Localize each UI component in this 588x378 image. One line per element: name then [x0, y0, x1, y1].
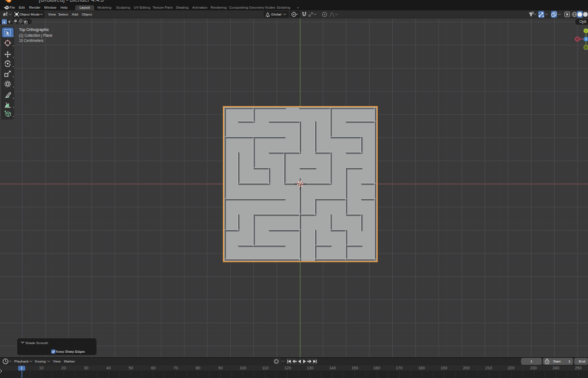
svg-text:100: 100 [239, 366, 246, 370]
svg-text:140: 140 [329, 366, 336, 370]
svg-text:150: 150 [351, 366, 358, 370]
svg-text:30: 30 [84, 366, 88, 370]
svg-text:200: 200 [463, 366, 470, 370]
svg-text:10: 10 [39, 366, 44, 370]
svg-text:70: 70 [173, 366, 178, 370]
svg-text:210: 210 [485, 366, 492, 370]
svg-text:250: 250 [575, 366, 582, 370]
svg-text:130: 130 [307, 366, 314, 370]
svg-text:230: 230 [530, 366, 537, 370]
svg-text:190: 190 [440, 366, 447, 370]
svg-text:Z: Z [585, 37, 587, 41]
svg-text:20: 20 [61, 366, 66, 370]
svg-text:220: 220 [508, 366, 514, 370]
svg-text:90: 90 [218, 366, 223, 370]
svg-text:80: 80 [196, 366, 200, 370]
svg-text:40: 40 [106, 366, 111, 370]
svg-text:1: 1 [21, 366, 23, 370]
svg-text:50: 50 [129, 366, 133, 370]
svg-text:110: 110 [262, 366, 268, 370]
svg-text:60: 60 [151, 366, 156, 370]
svg-text:170: 170 [396, 366, 403, 370]
svg-text:180: 180 [418, 366, 425, 370]
svg-text:240: 240 [552, 366, 559, 370]
svg-text:160: 160 [373, 366, 380, 370]
svg-text:Y: Y [585, 29, 587, 33]
svg-text:120: 120 [284, 366, 291, 370]
